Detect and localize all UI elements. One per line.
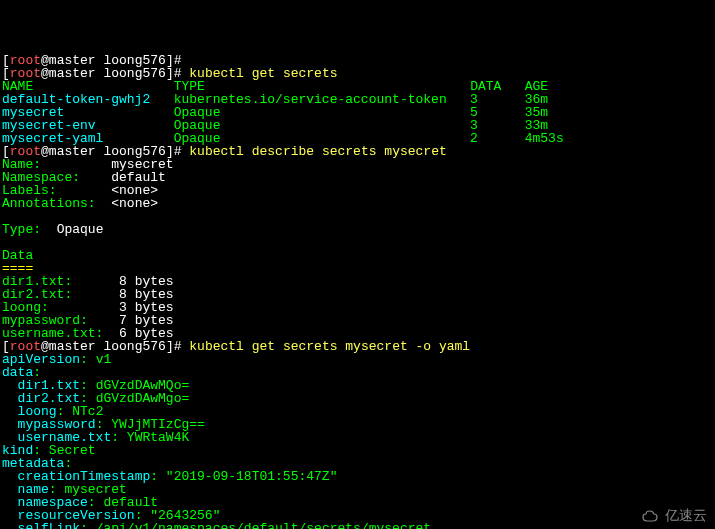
command-2: kubectl describe secrets mysecret (189, 144, 446, 159)
yaml-line: selfLink: /api/v1/namespaces/default/sec… (2, 521, 431, 529)
logo-icon (641, 509, 661, 523)
terminal-output: [root@master loong576]# [root@master loo… (2, 54, 713, 529)
watermark: 亿速云 (633, 494, 707, 523)
describe-annotations: Annotations: <none> (2, 196, 158, 211)
describe-type: Type: Opaque (2, 222, 103, 237)
command-3: kubectl get secrets mysecret -o yaml (189, 339, 470, 354)
